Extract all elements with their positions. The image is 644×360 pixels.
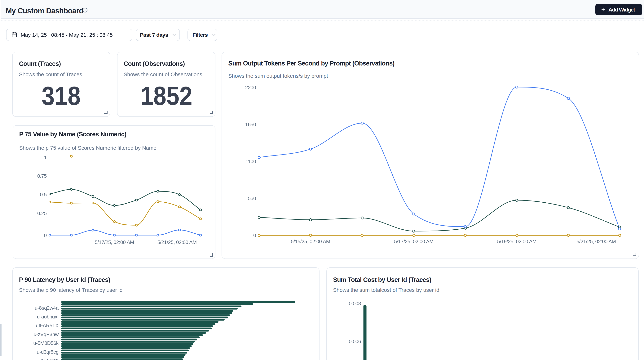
svg-text:1650: 1650 bbox=[245, 121, 256, 127]
svg-text:0.25: 0.25 bbox=[37, 210, 46, 216]
svg-text:0: 0 bbox=[44, 232, 46, 238]
svg-text:5/21/25, 02:00 AM: 5/21/25, 02:00 AM bbox=[157, 239, 196, 245]
svg-text:0: 0 bbox=[253, 232, 256, 238]
svg-text:u-aobnuxf: u-aobnuxf bbox=[37, 314, 59, 319]
svg-text:u-d3qr5cg: u-d3qr5cg bbox=[37, 349, 58, 355]
svg-text:5/21/25, 02:00 AM: 5/21/25, 02:00 AM bbox=[576, 238, 616, 244]
svg-text:1: 1 bbox=[44, 155, 46, 160]
svg-text:2200: 2200 bbox=[245, 85, 256, 90]
svg-text:5/15/25, 02:00 AM: 5/15/25, 02:00 AM bbox=[291, 238, 330, 244]
svg-text:0.006: 0.006 bbox=[348, 338, 361, 344]
svg-text:0.008: 0.008 bbox=[348, 300, 361, 306]
svg-text:5/17/25, 02:00 AM: 5/17/25, 02:00 AM bbox=[394, 238, 434, 244]
svg-text:0.5: 0.5 bbox=[40, 192, 46, 197]
svg-text:0.75: 0.75 bbox=[37, 173, 46, 179]
svg-text:u-tFAR5TX: u-tFAR5TX bbox=[34, 322, 59, 328]
svg-text:5/19/25, 02:00 AM: 5/19/25, 02:00 AM bbox=[497, 238, 536, 244]
svg-text:u-8fVa9T3: u-8fVa9T3 bbox=[36, 358, 58, 360]
svg-text:550: 550 bbox=[248, 195, 256, 201]
svg-text:u-zVqP3hw: u-zVqP3hw bbox=[34, 331, 59, 337]
svg-text:1100: 1100 bbox=[246, 158, 256, 164]
svg-text:u-5M8D56k: u-5M8D56k bbox=[33, 340, 59, 346]
svg-text:u-8sq2w4a: u-8sq2w4a bbox=[35, 305, 59, 311]
svg-text:5/17/25, 02:00 AM: 5/17/25, 02:00 AM bbox=[94, 239, 134, 245]
